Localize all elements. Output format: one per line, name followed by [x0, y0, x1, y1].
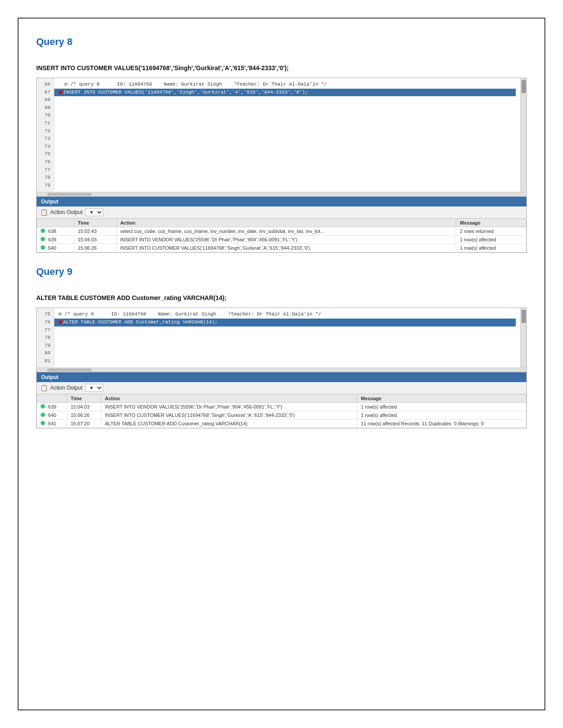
- query9-toolbar-icon: 📋: [40, 384, 48, 391]
- query8-line-numbers: 66 67 68 69 70 71 72 73 74 75 76 77 78 7…: [37, 78, 54, 192]
- code-line: [330, 82, 333, 87]
- status-dot: [41, 229, 45, 233]
- query9-output-header-label: Output: [41, 374, 58, 380]
- query8-col-message: Message: [456, 219, 526, 227]
- query8-scrollbar[interactable]: [520, 78, 526, 192]
- status-cell: 638: [37, 227, 74, 236]
- code-line: ID: 11694768: [102, 311, 146, 317]
- query8-output-header-label: Output: [41, 199, 58, 205]
- query9-output-toolbar: 📋 Action Output ▼: [37, 382, 526, 394]
- query9-scrollbar[interactable]: [520, 308, 526, 368]
- table-row: 641 15:07:20 ALTER TABLE CUSTOMER ADD Cu…: [37, 420, 526, 428]
- query8-toolbar-icon: 📋: [40, 209, 48, 216]
- code-line: [97, 311, 100, 317]
- table-row: 639 15:04:03 INSERT INTO VENDOR VALUES('…: [37, 236, 526, 244]
- table-row: 638 15:02:43 select cus_code, cus_fname,…: [37, 227, 526, 236]
- query8-sql: INSERT INTO CUSTOMER VALUES('11694768','…: [36, 64, 527, 71]
- message-cell: 1 row(s) affected: [456, 244, 526, 252]
- status-cell: 639: [37, 236, 74, 244]
- action-cell: select cus_code, cus_fname, cus_lname, i…: [117, 227, 456, 236]
- query9-editor: 75 76 77 78 79 80 81 ⊟ /* query 9 ID: 11…: [36, 308, 527, 372]
- code-line: └Teacher: Dr Thair Al-Dala'in */: [225, 82, 327, 87]
- code-line: [59, 82, 62, 87]
- message-cell: 1 row(s) affected: [357, 411, 526, 420]
- query9-hscrollbar-thumb: [47, 368, 91, 372]
- code-line: └Teacher: Dr Thair Al-Dala'in */: [219, 311, 321, 317]
- message-cell: 1 row(s) affected: [357, 403, 526, 411]
- action-cell: INSERT INTO VENDOR VALUES('25596','Dr Ph…: [101, 403, 357, 411]
- query8-section: Query 8 INSERT INTO CUSTOMER VALUES('116…: [36, 36, 527, 253]
- query9-toolbar-dropdown[interactable]: ▼: [85, 384, 103, 392]
- status-cell: 641: [37, 420, 67, 428]
- code-line: [82, 97, 85, 102]
- query9-output-table: Time Action Message 639 15:04:03 INSERT …: [37, 394, 526, 428]
- code-line: [76, 97, 79, 102]
- action-cell: ALTER TABLE CUSTOMER ADD Customer_rating…: [101, 420, 357, 428]
- query8-code-area: ⊟ /* query 8 ID: 11694768 Name: Gurkirat…: [54, 78, 520, 192]
- code-line: Name: Gurkirat Singh: [155, 82, 222, 87]
- query8-highlighted-line: INSERT INTO CUSTOMER VALUES('11694768','…: [54, 89, 516, 97]
- status-dot: [41, 404, 45, 409]
- message-cell: 1 row(s) affected: [456, 236, 526, 244]
- status-dot: [41, 237, 45, 241]
- query9-scrollbar-thumb: [521, 310, 526, 323]
- query8-output-header: Output: [37, 197, 526, 206]
- action-cell: INSERT INTO CUSTOMER VALUES('11694768','…: [117, 244, 456, 252]
- query9-title: Query 9: [36, 266, 527, 278]
- status-cell: 640: [37, 411, 67, 420]
- action-cell: INSERT INTO CUSTOMER VALUES('11694768','…: [101, 411, 357, 420]
- query9-toolbar-label: Action Output: [50, 385, 83, 391]
- query8-output-toolbar: 📋 Action Output ▼: [37, 206, 526, 218]
- action-cell: INSERT INTO VENDOR VALUES('25596','Dr Ph…: [117, 236, 456, 244]
- query8-hscrollbar[interactable]: [37, 192, 526, 196]
- code-line: [324, 311, 327, 317]
- query8-title: Query 8: [36, 36, 527, 48]
- query8-col-empty: [37, 219, 74, 227]
- query9-highlighted-line: ALTER TABLE CUSTOMER ADD Customer_rating…: [54, 319, 516, 326]
- status-dot: [41, 245, 45, 250]
- status-cell: 640: [37, 244, 74, 252]
- status-dot: [41, 421, 45, 425]
- query8-output-table: Time Action Message 638 15:02:43 select …: [37, 218, 526, 252]
- status-dot: [41, 413, 45, 417]
- code-line: ⊟ /* query 8: [64, 82, 99, 87]
- time-cell: 15:04:03: [67, 403, 101, 411]
- table-row: 639 15:04:03 INSERT INTO VENDOR VALUES('…: [37, 403, 526, 411]
- query9-col-message: Message: [357, 394, 526, 403]
- query9-line-numbers: 75 76 77 78 79 80 81: [37, 308, 54, 368]
- time-cell: 15:06:26: [67, 411, 101, 420]
- query8-toolbar-label: Action Output: [50, 209, 83, 215]
- code-line: ID: 11694768: [108, 82, 152, 87]
- query9-section: Query 9 ALTER TABLE CUSTOMER ADD Custome…: [36, 266, 527, 428]
- code-line: ⊟ /* query 9: [59, 311, 94, 317]
- query8-scrollbar-thumb: [521, 80, 526, 93]
- query9-col-empty: [37, 394, 67, 403]
- message-cell: 11 row(s) affected Records: 11 Duplicate…: [357, 420, 526, 428]
- query8-col-action: Action: [117, 219, 456, 227]
- time-cell: 15:07:20: [67, 420, 101, 428]
- time-cell: 15:04:03: [74, 236, 117, 244]
- message-cell: 2 rows returned: [456, 227, 526, 236]
- code-line: [102, 82, 106, 87]
- page-border: Query 8 INSERT INTO CUSTOMER VALUES('116…: [18, 18, 545, 710]
- code-line: [64, 97, 68, 102]
- query9-sql: ALTER TABLE CUSTOMER ADD Customer_rating…: [36, 294, 527, 301]
- code-line: [88, 97, 91, 102]
- query9-output-header: Output: [37, 372, 526, 382]
- table-row: 640 15:06:26 INSERT INTO CUSTOMER VALUES…: [37, 411, 526, 420]
- query9-code-area: ⊟ /* query 9 ID: 11694768 Name: Gurkirat…: [54, 308, 520, 368]
- code-line: Name: Gurkirat Singh: [149, 311, 216, 317]
- code-line: [59, 97, 62, 102]
- query8-editor: 66 67 68 69 70 71 72 73 74 75 76 77 78 7…: [36, 78, 527, 197]
- query8-toolbar-dropdown[interactable]: ▼: [85, 208, 103, 216]
- query9-col-action: Action: [101, 394, 357, 403]
- query8-col-time: Time: [74, 219, 117, 227]
- query9-hscrollbar[interactable]: [37, 368, 526, 372]
- time-cell: 15:02:43: [74, 227, 117, 236]
- time-cell: 15:06:26: [74, 244, 117, 252]
- table-row: 640 15:06:26 INSERT INTO CUSTOMER VALUES…: [37, 244, 526, 252]
- query8-output-panel: Output 📋 Action Output ▼ Time Action Mes…: [36, 197, 527, 253]
- code-line: [70, 97, 73, 102]
- query9-output-panel: Output 📋 Action Output ▼ Time Action Mes…: [36, 372, 527, 428]
- status-cell: 639: [37, 403, 67, 411]
